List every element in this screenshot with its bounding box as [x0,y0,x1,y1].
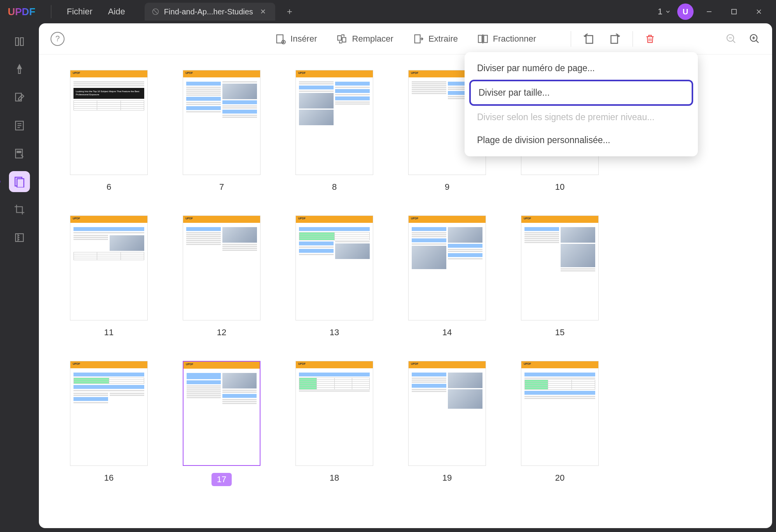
page-number: 18 [330,473,339,483]
page-number: 12 [217,327,226,338]
page-thumbnail[interactable]: UPDF [521,361,599,466]
page-thumb-cell: UPDF 11 [70,215,148,338]
page-thumbnail[interactable]: UPDF [295,215,373,320]
svg-rect-13 [415,35,420,43]
document-tab[interactable]: Find-and-Ap...her-Studies ✕ [145,3,275,21]
svg-rect-15 [484,35,487,42]
svg-rect-17 [611,35,618,43]
sidebar-edit[interactable] [9,87,30,108]
svg-rect-12 [343,37,346,42]
chevron-down-icon [665,9,671,15]
window-counter[interactable]: 1 [658,7,671,17]
tool-extract[interactable]: Extraire [413,33,458,44]
page-thumbnail[interactable]: UPDF Looking Into the Top 10 Subject Maj… [70,70,148,175]
page-thumbnail[interactable]: UPDF [295,70,373,175]
tool-split[interactable]: Fractionner [477,33,536,44]
page-thumbnail[interactable]: UPDF [521,215,599,320]
sidebar-organize[interactable] [9,171,30,192]
tool-replace[interactable]: Remplacer [337,33,393,44]
tab-close-icon[interactable]: ✕ [258,7,268,17]
main-wrap: ? Insérer Remplacer Extraire Fractionner [0,23,776,532]
sidebar-reader[interactable] [9,31,30,52]
window-close-icon[interactable] [750,4,768,19]
menu-help[interactable]: Aide [100,4,133,20]
rotate-right-button[interactable] [608,32,621,46]
page-thumb-cell: UPDF 12 [183,215,260,338]
tool-replace-label: Remplacer [352,34,393,44]
separator [633,31,633,47]
page-thumbnail[interactable]: UPDF [408,361,486,466]
toolbar: ? Insérer Remplacer Extraire Fractionner [39,23,772,54]
separator [51,5,51,18]
page-thumbnail[interactable]: UPDF [70,361,148,466]
delete-button[interactable] [645,33,655,44]
zoom-in-button[interactable] [749,33,760,45]
rotate-left-button[interactable] [583,32,596,46]
page-thumb-cell: UPDF 14 [408,215,486,338]
extract-icon [413,33,424,44]
tool-insert[interactable]: Insérer [275,33,317,44]
new-tab-button[interactable]: + [283,4,296,19]
sidebar [0,23,39,528]
page-thumbnail[interactable]: UPDF [295,361,373,466]
svg-rect-14 [478,35,482,42]
dd-split-by-size[interactable]: Diviser par taille... [469,80,693,106]
tab-doc-icon [152,8,159,16]
page-thumbnail[interactable]: UPDF [70,215,148,320]
titlebar: UPDF Fichier Aide Find-and-Ap...her-Stud… [0,0,776,23]
replace-icon [337,33,348,44]
svg-rect-11 [338,35,341,40]
titlebar-right: 1 U [658,4,768,20]
svg-rect-16 [586,35,593,43]
content-panel: ? Insérer Remplacer Extraire Fractionner [39,23,772,528]
sidebar-form[interactable] [9,115,30,136]
page-thumb-cell: UPDF 16 [70,361,148,486]
menu-file[interactable]: Fichier [59,4,100,20]
page-number: 19 [442,473,452,483]
page-number: 13 [330,327,339,338]
page-number: 7 [219,182,224,192]
sidebar-redact[interactable] [9,143,30,164]
help-icon[interactable]: ? [51,32,65,46]
page-number: 16 [104,473,114,483]
window-maximize-icon[interactable] [725,4,743,19]
page-thumbnail[interactable]: UPDF [183,215,260,320]
zoom-out-button[interactable] [725,33,737,45]
page-thumb-cell: UPDF 7 [183,70,260,192]
dd-split-custom[interactable]: Plage de division personnalisée... [469,129,693,152]
tool-insert-label: Insérer [290,34,317,44]
page-thumb-cell: UPDF 18 [295,361,373,486]
page-thumbnail[interactable]: UPDF [408,215,486,320]
insert-icon [275,33,286,44]
toolbar-right [571,31,760,47]
tab-title: Find-and-Ap...her-Studies [164,7,253,16]
sidebar-highlight[interactable] [9,59,30,80]
svg-rect-7 [17,179,24,188]
svg-rect-4 [16,149,23,158]
tool-split-label: Fractionner [493,34,536,44]
window-minimize-icon[interactable] [700,4,718,19]
sidebar-crop[interactable] [9,199,30,220]
page-number: 6 [107,182,111,192]
page-number: 10 [555,182,565,192]
trash-icon [645,33,655,44]
page-number: 11 [104,327,114,338]
page-thumbnail[interactable]: UPDF [183,70,260,175]
page-thumb-cell: UPDF 19 [408,361,486,486]
page-thumbnail[interactable]: UPDF [183,361,260,466]
page-number: 15 [555,327,565,338]
app-logo: UPDF [8,6,35,18]
page-number: 20 [555,473,565,483]
split-dropdown: Diviser par numéro de page... Diviser pa… [465,52,698,156]
user-avatar[interactable]: U [677,4,694,20]
tool-group: Insérer Remplacer Extraire Fractionner [275,33,536,44]
dd-split-by-page[interactable]: Diviser par numéro de page... [469,57,693,80]
separator [571,31,571,47]
page-thumb-cell: UPDF 20 [521,361,599,486]
active-indicator [0,180,0,183]
page-number: 14 [442,327,452,338]
svg-rect-5 [17,151,21,153]
page-number: 8 [332,182,337,192]
page-thumb-cell: UPDF 8 [295,70,373,192]
sidebar-compress[interactable] [9,227,30,248]
